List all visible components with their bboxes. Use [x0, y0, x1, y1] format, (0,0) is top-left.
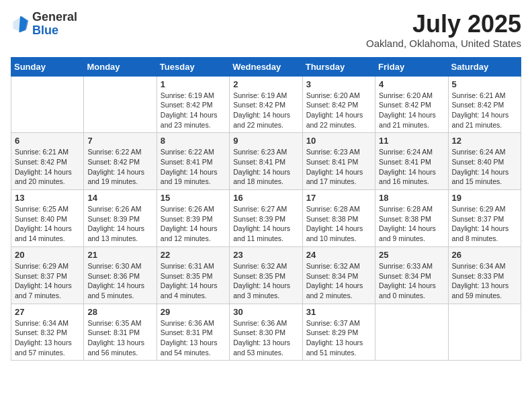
day-info: Sunrise: 6:26 AM Sunset: 8:39 PM Dayligh…	[87, 204, 152, 244]
day-info: Sunrise: 6:26 AM Sunset: 8:39 PM Dayligh…	[161, 204, 226, 244]
calendar-cell	[84, 76, 157, 133]
day-number: 21	[87, 250, 152, 260]
calendar-cell: 16Sunrise: 6:27 AM Sunset: 8:39 PM Dayli…	[230, 190, 302, 247]
weekday-header: Monday	[84, 57, 157, 76]
day-number: 3	[306, 79, 371, 89]
day-number: 25	[379, 250, 444, 260]
day-info: Sunrise: 6:24 AM Sunset: 8:41 PM Dayligh…	[379, 147, 444, 187]
day-number: 31	[306, 307, 371, 317]
calendar-week-row: 6Sunrise: 6:21 AM Sunset: 8:42 PM Daylig…	[11, 133, 521, 190]
day-info: Sunrise: 6:25 AM Sunset: 8:40 PM Dayligh…	[15, 204, 80, 244]
weekday-header: Thursday	[302, 57, 375, 76]
calendar-table: SundayMondayTuesdayWednesdayThursdayFrid…	[11, 57, 521, 361]
calendar-cell: 28Sunrise: 6:35 AM Sunset: 8:31 PM Dayli…	[84, 304, 157, 361]
day-info: Sunrise: 6:29 AM Sunset: 8:37 PM Dayligh…	[15, 261, 80, 301]
day-info: Sunrise: 6:22 AM Sunset: 8:42 PM Dayligh…	[87, 147, 152, 187]
location: Oakland, Oklahoma, United States	[366, 38, 521, 49]
day-info: Sunrise: 6:34 AM Sunset: 8:32 PM Dayligh…	[15, 318, 80, 358]
day-number: 17	[306, 193, 371, 203]
day-info: Sunrise: 6:27 AM Sunset: 8:39 PM Dayligh…	[233, 204, 298, 244]
page-header: General Blue July 2025 Oakland, Oklahoma…	[11, 11, 521, 49]
logo-text: General Blue	[32, 11, 77, 38]
day-number: 4	[379, 79, 444, 89]
calendar-cell: 26Sunrise: 6:34 AM Sunset: 8:33 PM Dayli…	[448, 246, 521, 304]
calendar-week-row: 13Sunrise: 6:25 AM Sunset: 8:40 PM Dayli…	[11, 190, 521, 247]
day-number: 1	[161, 79, 226, 89]
calendar-cell: 5Sunrise: 6:21 AM Sunset: 8:42 PM Daylig…	[448, 76, 521, 133]
day-info: Sunrise: 6:24 AM Sunset: 8:40 PM Dayligh…	[452, 147, 517, 187]
calendar-cell: 7Sunrise: 6:22 AM Sunset: 8:42 PM Daylig…	[84, 133, 157, 190]
day-info: Sunrise: 6:19 AM Sunset: 8:42 PM Dayligh…	[161, 91, 226, 130]
day-info: Sunrise: 6:31 AM Sunset: 8:35 PM Dayligh…	[161, 261, 226, 301]
calendar-cell: 8Sunrise: 6:22 AM Sunset: 8:41 PM Daylig…	[157, 133, 229, 190]
day-info: Sunrise: 6:23 AM Sunset: 8:41 PM Dayligh…	[233, 147, 298, 187]
day-number: 6	[15, 136, 80, 146]
calendar-cell: 14Sunrise: 6:26 AM Sunset: 8:39 PM Dayli…	[84, 190, 157, 247]
logo-icon	[11, 15, 30, 34]
day-info: Sunrise: 6:37 AM Sunset: 8:29 PM Dayligh…	[306, 318, 371, 358]
calendar-cell: 3Sunrise: 6:20 AM Sunset: 8:42 PM Daylig…	[302, 76, 375, 133]
month-title: July 2025	[366, 11, 521, 38]
calendar-cell	[11, 76, 84, 133]
calendar-cell	[375, 304, 448, 361]
calendar-cell: 23Sunrise: 6:32 AM Sunset: 8:35 PM Dayli…	[230, 246, 302, 304]
day-number: 7	[87, 136, 152, 146]
weekday-header: Tuesday	[157, 57, 229, 76]
day-number: 18	[379, 193, 444, 203]
calendar-cell: 27Sunrise: 6:34 AM Sunset: 8:32 PM Dayli…	[11, 304, 84, 361]
day-info: Sunrise: 6:30 AM Sunset: 8:36 PM Dayligh…	[87, 261, 152, 301]
day-number: 26	[452, 250, 517, 260]
calendar-week-row: 20Sunrise: 6:29 AM Sunset: 8:37 PM Dayli…	[11, 246, 521, 304]
calendar-cell: 6Sunrise: 6:21 AM Sunset: 8:42 PM Daylig…	[11, 133, 84, 190]
calendar-week-row: 27Sunrise: 6:34 AM Sunset: 8:32 PM Dayli…	[11, 304, 521, 361]
calendar-cell: 13Sunrise: 6:25 AM Sunset: 8:40 PM Dayli…	[11, 190, 84, 247]
day-info: Sunrise: 6:32 AM Sunset: 8:35 PM Dayligh…	[233, 261, 298, 301]
calendar-cell: 29Sunrise: 6:36 AM Sunset: 8:31 PM Dayli…	[157, 304, 229, 361]
calendar-cell	[448, 304, 521, 361]
day-number: 10	[306, 136, 371, 146]
weekday-header: Wednesday	[230, 57, 302, 76]
calendar-cell: 11Sunrise: 6:24 AM Sunset: 8:41 PM Dayli…	[375, 133, 448, 190]
calendar-cell: 25Sunrise: 6:33 AM Sunset: 8:34 PM Dayli…	[375, 246, 448, 304]
weekday-header: Saturday	[448, 57, 521, 76]
calendar-cell: 10Sunrise: 6:23 AM Sunset: 8:41 PM Dayli…	[302, 133, 375, 190]
day-info: Sunrise: 6:29 AM Sunset: 8:37 PM Dayligh…	[452, 204, 517, 244]
day-number: 9	[233, 136, 298, 146]
day-number: 14	[87, 193, 152, 203]
calendar-week-row: 1Sunrise: 6:19 AM Sunset: 8:42 PM Daylig…	[11, 76, 521, 133]
day-info: Sunrise: 6:20 AM Sunset: 8:42 PM Dayligh…	[306, 91, 371, 130]
day-number: 24	[306, 250, 371, 260]
day-number: 15	[161, 193, 226, 203]
day-number: 8	[161, 136, 226, 146]
day-info: Sunrise: 6:28 AM Sunset: 8:38 PM Dayligh…	[306, 204, 371, 244]
day-number: 2	[233, 79, 298, 89]
weekday-header: Sunday	[11, 57, 84, 76]
day-number: 22	[161, 250, 226, 260]
calendar-cell: 20Sunrise: 6:29 AM Sunset: 8:37 PM Dayli…	[11, 246, 84, 304]
day-number: 16	[233, 193, 298, 203]
calendar-cell: 18Sunrise: 6:28 AM Sunset: 8:38 PM Dayli…	[375, 190, 448, 247]
calendar-cell: 30Sunrise: 6:36 AM Sunset: 8:30 PM Dayli…	[230, 304, 302, 361]
day-info: Sunrise: 6:22 AM Sunset: 8:41 PM Dayligh…	[161, 147, 226, 187]
day-info: Sunrise: 6:19 AM Sunset: 8:42 PM Dayligh…	[233, 91, 298, 130]
calendar-cell: 2Sunrise: 6:19 AM Sunset: 8:42 PM Daylig…	[230, 76, 302, 133]
day-number: 12	[452, 136, 517, 146]
calendar-cell: 12Sunrise: 6:24 AM Sunset: 8:40 PM Dayli…	[448, 133, 521, 190]
day-number: 11	[379, 136, 444, 146]
calendar-cell: 17Sunrise: 6:28 AM Sunset: 8:38 PM Dayli…	[302, 190, 375, 247]
calendar-cell: 24Sunrise: 6:32 AM Sunset: 8:34 PM Dayli…	[302, 246, 375, 304]
day-number: 23	[233, 250, 298, 260]
day-number: 27	[15, 307, 80, 317]
day-number: 29	[161, 307, 226, 317]
day-info: Sunrise: 6:21 AM Sunset: 8:42 PM Dayligh…	[452, 91, 517, 130]
calendar-cell: 21Sunrise: 6:30 AM Sunset: 8:36 PM Dayli…	[84, 246, 157, 304]
day-info: Sunrise: 6:36 AM Sunset: 8:30 PM Dayligh…	[233, 318, 298, 358]
day-info: Sunrise: 6:23 AM Sunset: 8:41 PM Dayligh…	[306, 147, 371, 187]
calendar-cell: 9Sunrise: 6:23 AM Sunset: 8:41 PM Daylig…	[230, 133, 302, 190]
day-info: Sunrise: 6:32 AM Sunset: 8:34 PM Dayligh…	[306, 261, 371, 301]
weekday-header: Friday	[375, 57, 448, 76]
calendar-cell: 19Sunrise: 6:29 AM Sunset: 8:37 PM Dayli…	[448, 190, 521, 247]
calendar-cell: 22Sunrise: 6:31 AM Sunset: 8:35 PM Dayli…	[157, 246, 229, 304]
day-number: 20	[15, 250, 80, 260]
day-info: Sunrise: 6:35 AM Sunset: 8:31 PM Dayligh…	[87, 318, 152, 358]
